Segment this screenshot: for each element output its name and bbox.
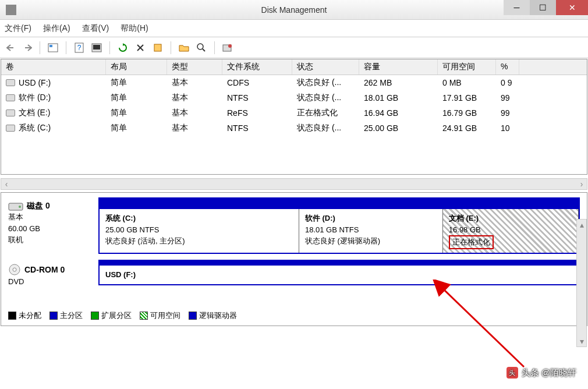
minimize-button[interactable]: ─: [504, 0, 530, 15]
svg-rect-5: [93, 45, 100, 49]
back-button[interactable]: [5, 41, 19, 55]
app-icon: [6, 5, 16, 15]
menu-action[interactable]: 操作(A): [43, 23, 70, 34]
refresh-icon[interactable]: [116, 41, 130, 55]
volume-icon: [6, 109, 15, 116]
volume-list-body: USD (F:) 简单 基本 CDFS 状态良好 (... 262 MB 0 M…: [1, 75, 587, 174]
watermark-icon: 头: [506, 367, 518, 379]
volume-icon: [6, 79, 15, 86]
vertical-scrollbar[interactable]: ▴ ▾: [576, 219, 587, 347]
col-layout[interactable]: 布局: [106, 59, 167, 75]
disk-row: 磁盘 0 基本 60.00 GB 联机 系统 (C:) 25.00 GB NTF…: [8, 197, 580, 254]
settings-icon[interactable]: [221, 41, 235, 55]
forward-button[interactable]: [20, 41, 34, 55]
volume-row[interactable]: 文档 (E:) 简单 基本 ReFS 正在格式化 16.94 GB 16.79 …: [1, 105, 587, 121]
volume-row[interactable]: USD (F:) 简单 基本 CDFS 状态良好 (... 262 MB 0 M…: [1, 75, 587, 90]
col-capacity[interactable]: 容量: [359, 59, 438, 75]
close-button[interactable]: ✕: [556, 0, 588, 15]
menu-help[interactable]: 帮助(H): [121, 23, 148, 34]
svg-point-14: [13, 268, 16, 271]
volume-row[interactable]: 系统 (C:) 简单 基本 NTFS 状态良好 (... 25.00 GB 24…: [1, 121, 587, 136]
scroll-down-icon[interactable]: ▾: [577, 336, 586, 346]
partition-e[interactable]: 文档 (E:) 16.98 GB 正在格式化: [443, 209, 579, 253]
col-status[interactable]: 状态: [292, 59, 359, 75]
watermark: 头 头条 @陌晓轩: [506, 367, 576, 379]
scroll-up-icon[interactable]: ▴: [577, 220, 586, 230]
svg-line-8: [203, 49, 205, 51]
cdrom-icon: [8, 263, 21, 276]
view-button[interactable]: [46, 41, 60, 55]
svg-text:?: ?: [77, 44, 82, 52]
partition-c[interactable]: 系统 (C:) 25.00 GB NTFS 状态良好 (活动, 主分区): [100, 209, 299, 253]
legend-extended-swatch: [91, 312, 99, 320]
toolbar: ?: [0, 37, 588, 58]
horizontal-scrollbar[interactable]: ‹ ›: [1, 178, 587, 190]
help-icon[interactable]: ?: [72, 41, 86, 55]
col-type[interactable]: 类型: [167, 59, 222, 75]
legend-primary-swatch: [49, 312, 58, 320]
console-icon[interactable]: [90, 41, 104, 55]
svg-point-7: [197, 44, 203, 49]
maximize-button[interactable]: ☐: [530, 0, 556, 15]
scroll-right-icon[interactable]: ›: [576, 179, 587, 189]
svg-point-12: [19, 206, 21, 208]
col-free[interactable]: 可用空间: [438, 59, 496, 75]
col-fs[interactable]: 文件系统: [222, 59, 292, 75]
titlebar: Disk Management ─ ☐ ✕: [0, 0, 588, 20]
menu-file[interactable]: 文件(F): [5, 23, 31, 34]
window-title: Disk Management: [261, 5, 327, 15]
volume-list-header: 卷 布局 类型 文件系统 状态 容量 可用空间 %: [1, 59, 587, 75]
disk-info[interactable]: 磁盘 0 基本 60.00 GB 联机: [8, 197, 98, 254]
svg-rect-6: [154, 44, 161, 51]
svg-point-10: [228, 44, 232, 48]
search-icon[interactable]: [194, 41, 208, 55]
volume-icon: [6, 94, 15, 101]
disk-icon: [8, 201, 23, 211]
menubar: 文件(F) 操作(A) 查看(V) 帮助(H): [0, 20, 588, 37]
col-percent[interactable]: %: [496, 59, 519, 75]
folder-icon[interactable]: [177, 41, 191, 55]
properties-icon[interactable]: [151, 41, 165, 55]
window-controls: ─ ☐ ✕: [504, 0, 588, 15]
legend-unalloc-swatch: [8, 312, 16, 320]
volume-list: 卷 布局 类型 文件系统 状态 容量 可用空间 % USD (F:) 简单 基本…: [1, 59, 587, 175]
volume-icon: [6, 125, 15, 132]
disk-graphical-view: 磁盘 0 基本 60.00 GB 联机 系统 (C:) 25.00 GB NTF…: [1, 192, 587, 326]
volume-row[interactable]: 软件 (D:) 简单 基本 NTFS 状态良好 (... 18.01 GB 17…: [1, 90, 587, 105]
legend-logical-swatch: [189, 312, 197, 320]
delete-icon[interactable]: [133, 41, 147, 55]
svg-rect-1: [49, 45, 52, 47]
legend: 未分配 主分区 扩展分区 可用空间 逻辑驱动器: [8, 310, 237, 321]
menu-view[interactable]: 查看(V): [82, 23, 109, 34]
col-volume[interactable]: 卷: [1, 59, 106, 75]
legend-free-swatch: [140, 312, 148, 320]
cdrom-row: CD-ROM 0 DVD USD (F:): [8, 260, 580, 288]
partition-usd[interactable]: USD (F:): [100, 266, 579, 284]
partition-d[interactable]: 软件 (D:) 18.01 GB NTFS 状态良好 (逻辑驱动器): [299, 209, 443, 253]
formatting-status: 正在格式化: [449, 235, 494, 249]
scroll-left-icon[interactable]: ‹: [1, 179, 12, 189]
partition-row: 系统 (C:) 25.00 GB NTFS 状态良好 (活动, 主分区) 软件 …: [98, 197, 580, 254]
cdrom-info[interactable]: CD-ROM 0 DVD: [8, 260, 98, 288]
